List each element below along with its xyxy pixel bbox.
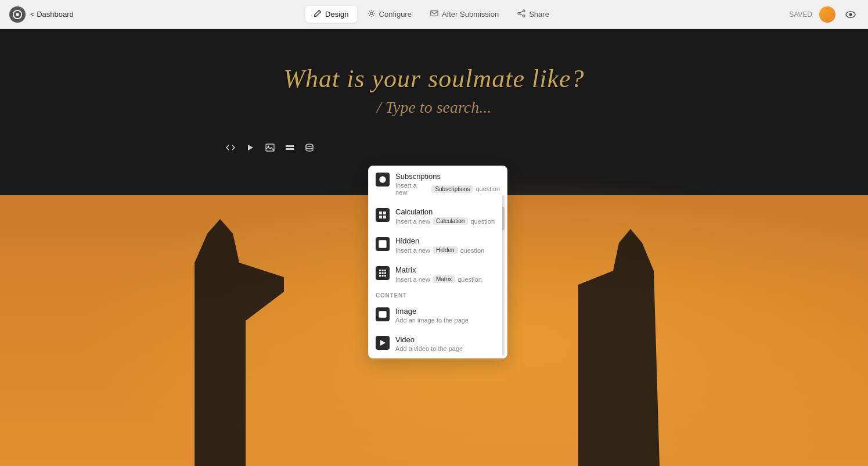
pencil-icon [314, 9, 322, 19]
svg-point-29 [380, 313, 382, 314]
search-dropdown: Subscriptions Insert a new Subscriptions… [368, 166, 507, 359]
matrix-text: Matrix Insert a new Matrix question [395, 266, 500, 283]
svg-rect-19 [379, 270, 381, 271]
tab-configure[interactable]: Configure [359, 6, 420, 23]
svg-rect-26 [382, 275, 384, 277]
svg-rect-27 [384, 275, 386, 277]
dropdown-item-hidden[interactable]: Hidden Insert a new Hidden question [369, 231, 507, 260]
nav-tabs: Design Configure After Submission [305, 6, 557, 23]
form-subtitle: / Type to search... [377, 98, 492, 117]
code-toolbar-btn[interactable] [224, 141, 237, 155]
scrollbar-thumb [502, 207, 505, 230]
main-area: What is your soulmate like? / Type to se… [0, 29, 868, 466]
svg-point-1 [16, 13, 19, 16]
svg-point-6 [523, 15, 525, 17]
video-content-icon [376, 336, 390, 350]
editor-toolbar [224, 141, 316, 155]
dropdown-item-calculation[interactable]: Calculation Insert a new Calculation que… [369, 202, 507, 231]
share-icon [517, 9, 525, 19]
dropdown-item-video[interactable]: Video Add a video to the page [369, 329, 507, 358]
svg-rect-21 [384, 270, 386, 271]
nav-right-group: SAVED [789, 6, 859, 23]
svg-point-8 [849, 13, 852, 16]
svg-rect-12 [286, 148, 294, 150]
avatar[interactable] [819, 6, 835, 23]
svg-rect-14 [379, 212, 382, 214]
subscriptions-text: Subscriptions Insert a new Subscriptions… [395, 172, 500, 196]
svg-rect-22 [379, 273, 381, 274]
content-section-label: CONTENT [369, 289, 507, 301]
video-item-text: Video Add a video to the page [395, 335, 500, 352]
image-item-text: Image Add an image to the page [395, 307, 500, 324]
gear-icon [368, 9, 376, 19]
image-toolbar-btn[interactable] [263, 141, 277, 155]
envelope-icon [430, 9, 438, 19]
svg-rect-20 [382, 270, 384, 271]
svg-point-13 [306, 144, 313, 146]
calculation-icon [376, 208, 390, 222]
subscriptions-icon [376, 173, 390, 187]
dropdown-item-matrix[interactable]: Matrix Insert a new Matrix question [369, 260, 507, 289]
nav-left-group: < Dashboard [9, 6, 74, 23]
svg-rect-11 [286, 145, 294, 147]
image-content-icon [376, 307, 390, 321]
svg-point-2 [370, 12, 372, 15]
tab-after-submission[interactable]: After Submission [422, 6, 507, 23]
svg-rect-17 [383, 216, 386, 218]
svg-point-5 [518, 12, 520, 15]
database-toolbar-btn[interactable] [302, 141, 316, 155]
svg-rect-16 [379, 216, 382, 218]
hidden-icon [376, 237, 390, 251]
form-background: What is your soulmate like? / Type to se… [0, 29, 868, 466]
saved-status: SAVED [789, 10, 812, 19]
scrollbar[interactable] [502, 195, 505, 356]
app-logo[interactable] [9, 6, 26, 23]
matrix-icon [376, 266, 390, 280]
form-title: What is your soulmate like? [283, 64, 584, 94]
tab-share[interactable]: Share [509, 6, 557, 23]
tab-design[interactable]: Design [305, 6, 356, 23]
svg-rect-23 [382, 273, 384, 274]
svg-rect-15 [383, 212, 386, 214]
play-toolbar-btn[interactable] [243, 141, 257, 155]
divider-toolbar-btn[interactable] [283, 141, 297, 155]
svg-point-4 [523, 10, 525, 12]
hidden-text: Hidden Insert a new Hidden question [395, 236, 500, 254]
dropdown-item-subscriptions[interactable]: Subscriptions Insert a new Subscriptions… [369, 166, 507, 202]
top-navigation: < Dashboard Design Configure [0, 0, 868, 29]
svg-rect-24 [384, 273, 386, 274]
svg-rect-25 [379, 275, 381, 277]
dropdown-item-image[interactable]: Image Add an image to the page [369, 301, 507, 329]
preview-button[interactable] [842, 6, 859, 23]
calculation-text: Calculation Insert a new Calculation que… [395, 207, 500, 225]
dashboard-link[interactable]: < Dashboard [30, 10, 74, 19]
svg-rect-3 [431, 11, 438, 16]
